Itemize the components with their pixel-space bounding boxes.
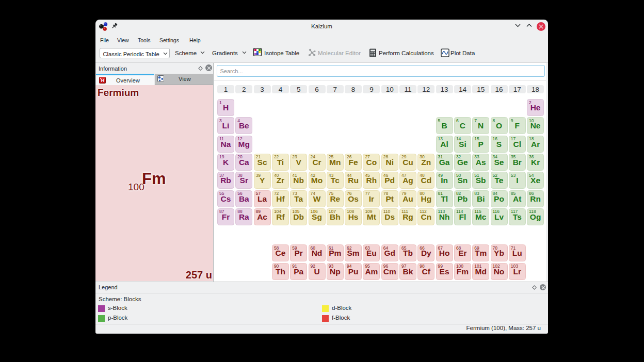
svg-text:H: H	[101, 78, 105, 83]
